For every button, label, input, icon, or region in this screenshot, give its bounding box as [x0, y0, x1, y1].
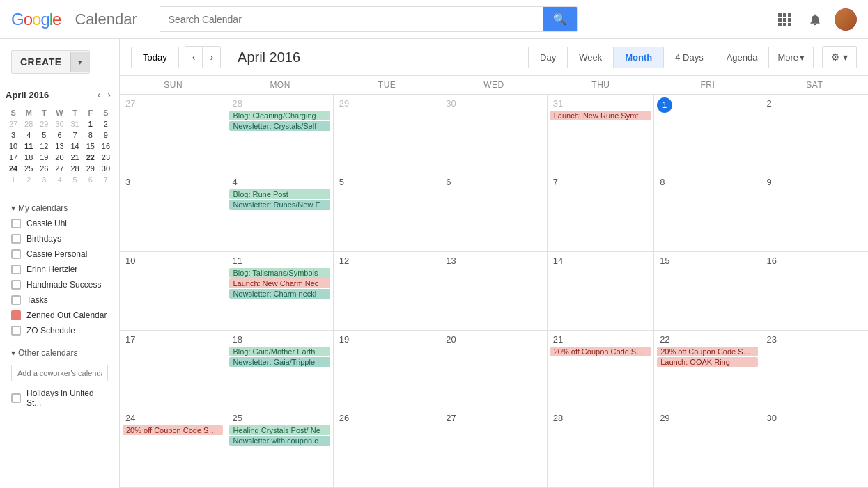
view-more-button[interactable]: More ▾ [768, 47, 814, 68]
mini-cal-day[interactable]: 25 [21, 163, 36, 174]
event-coupon-sale-21[interactable]: 20% off Coupon Code Sale for Newsletter … [550, 347, 651, 356]
cell-mar31[interactable]: 31 Launch: New Rune Symt [548, 95, 654, 173]
cell-apr29[interactable]: 29 [654, 409, 761, 487]
mini-cal-day[interactable]: 20 [52, 152, 67, 163]
view-week-button[interactable]: Week [567, 47, 613, 68]
cell-apr15[interactable]: 15 [654, 252, 761, 330]
cell-apr7[interactable]: 7 [548, 173, 654, 251]
mini-cal-day[interactable]: 10 [6, 141, 21, 152]
cell-mar27[interactable]: 27 [120, 95, 226, 173]
mini-cal-day[interactable]: 7 [98, 174, 114, 185]
view-month-button[interactable]: Month [613, 47, 663, 68]
zo-schedule-checkbox[interactable] [11, 326, 21, 336]
cell-apr1[interactable]: 1 [654, 95, 761, 173]
mini-cal-day[interactable]: 29 [83, 163, 98, 174]
event-newsletter-runes[interactable]: Newsletter: Runes/New F [229, 200, 330, 210]
birthdays-checkbox[interactable] [11, 234, 21, 244]
mini-cal-day[interactable]: 7 [68, 129, 83, 141]
cassie-uhl-checkbox[interactable] [11, 219, 21, 228]
cell-mar28[interactable]: 28 Blog: Cleaning/Charging Newsletter: C… [226, 95, 333, 173]
cell-apr20[interactable]: 20 [440, 331, 547, 409]
mini-cal-day[interactable]: 3 [6, 129, 21, 141]
event-launch-ooak[interactable]: Launch: OOAK Ring [657, 357, 757, 367]
event-blog-talismans[interactable]: Blog: Talismans/Symbols [229, 268, 330, 278]
cell-apr6[interactable]: 6 [440, 173, 547, 251]
mini-cal-day[interactable]: 30 [98, 163, 114, 174]
apps-icon[interactable] [773, 8, 796, 31]
cell-mar30[interactable]: 30 [440, 95, 547, 173]
calendar-item-zenned-out[interactable]: Zenned Out Calendar [6, 308, 114, 323]
cell-apr9[interactable]: 9 [761, 173, 868, 251]
mini-cal-day[interactable]: 28 [68, 163, 83, 174]
cell-apr30[interactable]: 30 [761, 409, 868, 487]
notifications-icon[interactable] [804, 8, 826, 31]
mini-cal-day[interactable]: 8 [83, 129, 98, 141]
cell-apr16[interactable]: 16 [761, 252, 868, 330]
mini-cal-day[interactable]: 4 [52, 174, 67, 185]
mini-cal-day[interactable]: 31 [68, 118, 83, 129]
mini-cal-day[interactable]: 22 [83, 152, 98, 163]
mini-cal-day[interactable]: 23 [98, 152, 114, 163]
calendar-item-handmade[interactable]: Handmade Success [6, 277, 114, 292]
handmade-checkbox[interactable] [11, 280, 21, 290]
mini-cal-day[interactable]: 6 [52, 129, 67, 141]
event-launch-charm[interactable]: Launch: New Charm Nec [229, 278, 330, 288]
cell-apr12[interactable]: 12 [334, 252, 440, 330]
calendar-item-holidays[interactable]: Holidays in United St... [6, 386, 114, 411]
mini-cal-day[interactable]: 6 [83, 174, 98, 185]
event-newsletter-charm[interactable]: Newsletter: Charm neckl [229, 289, 330, 299]
cell-mar29[interactable]: 29 [334, 95, 440, 173]
mini-cal-day[interactable]: 18 [21, 152, 36, 163]
mini-cal-day[interactable]: 11 [21, 141, 36, 152]
mini-cal-day[interactable]: 27 [52, 163, 67, 174]
mini-cal-day[interactable]: 19 [36, 152, 52, 163]
cell-apr27[interactable]: 27 [440, 409, 547, 487]
view-4days-button[interactable]: 4 Days [663, 47, 714, 68]
settings-button[interactable]: ⚙ ▾ [822, 46, 857, 68]
mini-cal-title[interactable]: April 2016 [6, 90, 49, 100]
mini-cal-day[interactable]: 17 [6, 152, 21, 163]
mini-cal-day[interactable]: 1 [83, 118, 98, 129]
mini-cal-day[interactable]: 9 [98, 129, 114, 141]
cell-apr17[interactable]: 17 [120, 331, 226, 409]
calendar-item-erinn[interactable]: Erinn Hertzler [6, 262, 114, 277]
mini-cal-day[interactable]: 5 [68, 174, 83, 185]
create-button[interactable]: CREATE ▾ [11, 50, 90, 74]
mini-prev-btn[interactable]: ‹ [95, 88, 104, 102]
calendar-item-tasks[interactable]: Tasks [6, 292, 114, 308]
cell-apr5[interactable]: 5 [334, 173, 440, 251]
event-blog-rune[interactable]: Blog: Rune Post [229, 189, 330, 199]
cell-apr21[interactable]: 21 20% off Coupon Code Sale for Newslett… [548, 331, 654, 409]
mini-cal-day[interactable]: 26 [36, 163, 52, 174]
tasks-checkbox[interactable] [11, 295, 21, 305]
mini-cal-day[interactable]: 13 [52, 141, 67, 152]
my-calendars-header[interactable]: ▾ My calendars [6, 199, 114, 216]
today-button[interactable]: Today [131, 47, 179, 68]
mini-cal-day[interactable]: 14 [68, 141, 83, 152]
event-blog-gaia[interactable]: Blog: Gaia/Mother Earth [229, 347, 330, 356]
cell-apr2[interactable]: 2 [761, 95, 868, 173]
event-newsletter-gaia[interactable]: Newsletter: Gaia/Tripple I [229, 357, 330, 367]
avatar[interactable] [835, 8, 857, 31]
mini-cal-day[interactable]: 29 [36, 118, 52, 129]
cell-apr14[interactable]: 14 [548, 252, 654, 330]
mini-cal-day[interactable]: 12 [36, 141, 52, 152]
cell-apr18[interactable]: 18 Blog: Gaia/Mother Earth Newsletter: G… [226, 331, 333, 409]
cassie-personal-checkbox[interactable] [11, 249, 21, 259]
mini-cal-day[interactable]: 3 [36, 174, 52, 185]
cell-apr25[interactable]: 25 Healing Crystals Post/ Ne Newsletter … [226, 409, 333, 487]
calendar-item-birthdays[interactable]: Birthdays [6, 231, 114, 246]
other-calendars-header[interactable]: ▾ Other calendars [6, 344, 114, 361]
cell-apr10[interactable]: 10 [120, 252, 226, 330]
event-newsletter-coupon[interactable]: Newsletter with coupon c [229, 436, 330, 446]
event-coupon-sale-22[interactable]: 20% off Coupon Code Sale for Newsletter … [657, 347, 757, 356]
mini-cal-day[interactable]: 1 [6, 174, 21, 185]
event-newsletter-crystals[interactable]: Newsletter: Crystals/Self [229, 121, 330, 131]
mini-cal-day[interactable]: 21 [68, 152, 83, 163]
mini-cal-day[interactable]: 2 [98, 118, 114, 129]
cell-apr13[interactable]: 13 [440, 252, 547, 330]
cell-apr26[interactable]: 26 [334, 409, 440, 487]
cell-apr3[interactable]: 3 [120, 173, 226, 251]
view-day-button[interactable]: Day [528, 47, 567, 68]
mini-cal-day[interactable]: 2 [21, 174, 36, 185]
